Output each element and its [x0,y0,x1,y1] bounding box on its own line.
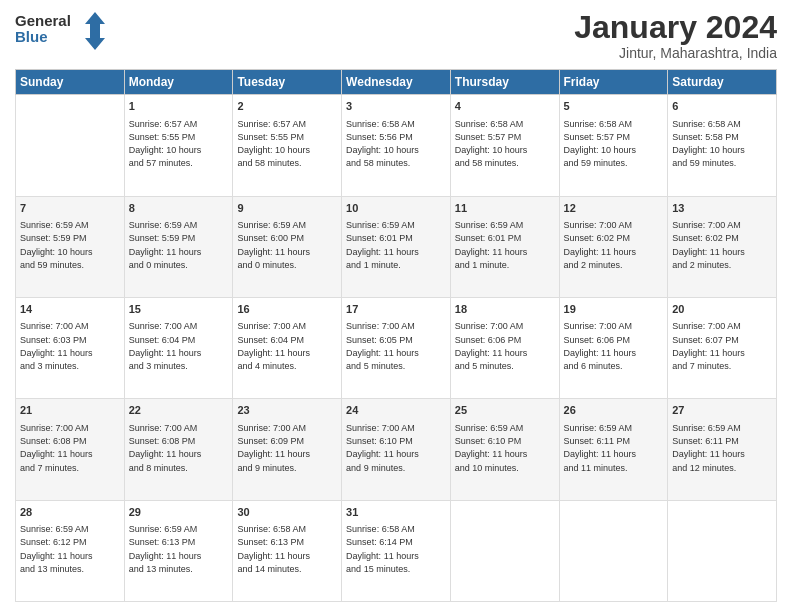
day-number: 25 [455,403,555,418]
calendar-table: SundayMondayTuesdayWednesdayThursdayFrid… [15,69,777,602]
day-number: 24 [346,403,446,418]
day-number: 19 [564,302,664,317]
day-info: Sunrise: 6:58 AMSunset: 6:14 PMDaylight:… [346,524,419,574]
day-number: 29 [129,505,229,520]
subtitle: Jintur, Maharashtra, India [574,45,777,61]
day-info: Sunrise: 6:59 AMSunset: 6:10 PMDaylight:… [455,423,528,473]
title-block: January 2024 Jintur, Maharashtra, India [574,10,777,61]
day-info: Sunrise: 6:58 AMSunset: 5:56 PMDaylight:… [346,119,419,169]
day-number: 3 [346,99,446,114]
day-number: 18 [455,302,555,317]
header-row: SundayMondayTuesdayWednesdayThursdayFrid… [16,70,777,95]
day-cell [450,500,559,601]
day-number: 1 [129,99,229,114]
day-cell: 19Sunrise: 7:00 AMSunset: 6:06 PMDayligh… [559,297,668,398]
day-cell: 22Sunrise: 7:00 AMSunset: 6:08 PMDayligh… [124,399,233,500]
day-number: 9 [237,201,337,216]
week-row-3: 14Sunrise: 7:00 AMSunset: 6:03 PMDayligh… [16,297,777,398]
day-number: 5 [564,99,664,114]
day-number: 4 [455,99,555,114]
day-info: Sunrise: 7:00 AMSunset: 6:07 PMDaylight:… [672,321,745,371]
day-info: Sunrise: 7:00 AMSunset: 6:03 PMDaylight:… [20,321,93,371]
day-cell: 21Sunrise: 7:00 AMSunset: 6:08 PMDayligh… [16,399,125,500]
day-cell: 8Sunrise: 6:59 AMSunset: 5:59 PMDaylight… [124,196,233,297]
day-info: Sunrise: 6:59 AMSunset: 6:01 PMDaylight:… [346,220,419,270]
day-cell: 6Sunrise: 6:58 AMSunset: 5:58 PMDaylight… [668,95,777,196]
svg-text:Blue: Blue [15,28,48,45]
day-info: Sunrise: 7:00 AMSunset: 6:04 PMDaylight:… [129,321,202,371]
day-info: Sunrise: 6:58 AMSunset: 6:13 PMDaylight:… [237,524,310,574]
day-info: Sunrise: 6:59 AMSunset: 6:11 PMDaylight:… [564,423,637,473]
day-info: Sunrise: 7:00 AMSunset: 6:08 PMDaylight:… [129,423,202,473]
day-info: Sunrise: 6:59 AMSunset: 5:59 PMDaylight:… [20,220,93,270]
day-info: Sunrise: 6:59 AMSunset: 6:01 PMDaylight:… [455,220,528,270]
day-number: 17 [346,302,446,317]
day-cell [16,95,125,196]
day-cell [668,500,777,601]
logo: General Blue [15,10,105,52]
day-number: 14 [20,302,120,317]
day-info: Sunrise: 6:59 AMSunset: 6:12 PMDaylight:… [20,524,93,574]
day-info: Sunrise: 6:59 AMSunset: 6:11 PMDaylight:… [672,423,745,473]
day-cell: 2Sunrise: 6:57 AMSunset: 5:55 PMDaylight… [233,95,342,196]
day-info: Sunrise: 6:58 AMSunset: 5:57 PMDaylight:… [455,119,528,169]
day-cell: 28Sunrise: 6:59 AMSunset: 6:12 PMDayligh… [16,500,125,601]
day-cell: 4Sunrise: 6:58 AMSunset: 5:57 PMDaylight… [450,95,559,196]
week-row-1: 1Sunrise: 6:57 AMSunset: 5:55 PMDaylight… [16,95,777,196]
day-cell: 7Sunrise: 6:59 AMSunset: 5:59 PMDaylight… [16,196,125,297]
svg-text:General: General [15,12,71,29]
day-info: Sunrise: 6:59 AMSunset: 5:59 PMDaylight:… [129,220,202,270]
day-number: 30 [237,505,337,520]
day-info: Sunrise: 6:59 AMSunset: 6:00 PMDaylight:… [237,220,310,270]
day-cell: 5Sunrise: 6:58 AMSunset: 5:57 PMDaylight… [559,95,668,196]
day-cell: 15Sunrise: 7:00 AMSunset: 6:04 PMDayligh… [124,297,233,398]
day-number: 31 [346,505,446,520]
day-info: Sunrise: 7:00 AMSunset: 6:08 PMDaylight:… [20,423,93,473]
day-number: 27 [672,403,772,418]
day-number: 13 [672,201,772,216]
day-cell: 31Sunrise: 6:58 AMSunset: 6:14 PMDayligh… [342,500,451,601]
day-cell: 27Sunrise: 6:59 AMSunset: 6:11 PMDayligh… [668,399,777,500]
day-number: 21 [20,403,120,418]
day-info: Sunrise: 7:00 AMSunset: 6:10 PMDaylight:… [346,423,419,473]
col-header-tuesday: Tuesday [233,70,342,95]
day-cell: 24Sunrise: 7:00 AMSunset: 6:10 PMDayligh… [342,399,451,500]
day-info: Sunrise: 7:00 AMSunset: 6:09 PMDaylight:… [237,423,310,473]
day-info: Sunrise: 7:00 AMSunset: 6:06 PMDaylight:… [455,321,528,371]
day-info: Sunrise: 6:59 AMSunset: 6:13 PMDaylight:… [129,524,202,574]
day-number: 22 [129,403,229,418]
day-cell: 10Sunrise: 6:59 AMSunset: 6:01 PMDayligh… [342,196,451,297]
day-number: 7 [20,201,120,216]
week-row-2: 7Sunrise: 6:59 AMSunset: 5:59 PMDaylight… [16,196,777,297]
day-cell: 3Sunrise: 6:58 AMSunset: 5:56 PMDaylight… [342,95,451,196]
day-cell: 9Sunrise: 6:59 AMSunset: 6:00 PMDaylight… [233,196,342,297]
day-cell: 14Sunrise: 7:00 AMSunset: 6:03 PMDayligh… [16,297,125,398]
day-info: Sunrise: 7:00 AMSunset: 6:06 PMDaylight:… [564,321,637,371]
day-cell: 16Sunrise: 7:00 AMSunset: 6:04 PMDayligh… [233,297,342,398]
day-number: 28 [20,505,120,520]
logo-svg: General Blue [15,10,105,52]
day-number: 2 [237,99,337,114]
day-cell: 26Sunrise: 6:59 AMSunset: 6:11 PMDayligh… [559,399,668,500]
day-number: 12 [564,201,664,216]
day-info: Sunrise: 6:58 AMSunset: 5:58 PMDaylight:… [672,119,745,169]
week-row-5: 28Sunrise: 6:59 AMSunset: 6:12 PMDayligh… [16,500,777,601]
day-number: 6 [672,99,772,114]
day-cell: 18Sunrise: 7:00 AMSunset: 6:06 PMDayligh… [450,297,559,398]
day-info: Sunrise: 6:57 AMSunset: 5:55 PMDaylight:… [129,119,202,169]
day-info: Sunrise: 7:00 AMSunset: 6:04 PMDaylight:… [237,321,310,371]
day-info: Sunrise: 7:00 AMSunset: 6:05 PMDaylight:… [346,321,419,371]
day-number: 10 [346,201,446,216]
day-number: 16 [237,302,337,317]
day-cell: 29Sunrise: 6:59 AMSunset: 6:13 PMDayligh… [124,500,233,601]
day-cell: 20Sunrise: 7:00 AMSunset: 6:07 PMDayligh… [668,297,777,398]
main-title: January 2024 [574,10,777,45]
day-cell: 13Sunrise: 7:00 AMSunset: 6:02 PMDayligh… [668,196,777,297]
day-cell: 11Sunrise: 6:59 AMSunset: 6:01 PMDayligh… [450,196,559,297]
day-info: Sunrise: 6:58 AMSunset: 5:57 PMDaylight:… [564,119,637,169]
day-info: Sunrise: 6:57 AMSunset: 5:55 PMDaylight:… [237,119,310,169]
day-number: 23 [237,403,337,418]
day-cell: 17Sunrise: 7:00 AMSunset: 6:05 PMDayligh… [342,297,451,398]
col-header-monday: Monday [124,70,233,95]
day-cell: 1Sunrise: 6:57 AMSunset: 5:55 PMDaylight… [124,95,233,196]
